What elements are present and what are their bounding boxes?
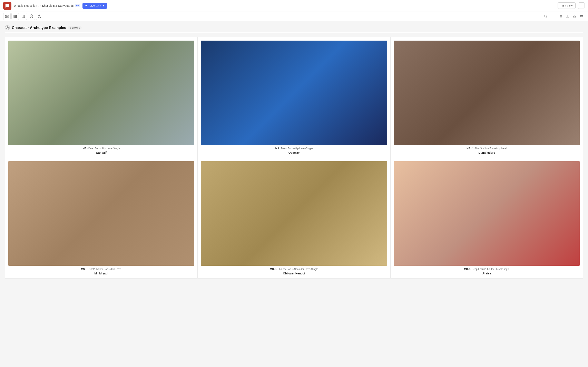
scene-header: Character Archetype Examples 9 SHOTS (5, 25, 583, 30)
svg-rect-23 (568, 15, 569, 18)
shot-type: MCU (464, 268, 470, 271)
shot-details: Deep Focus/Hip Level/Single (281, 147, 313, 150)
shot-name: Mr. Miyagi (8, 272, 194, 275)
svg-point-33 (7, 27, 8, 28)
shot-cell[interactable]: MS · 2-Shot/Shallow Focus/Hip Level Dumb… (390, 37, 583, 158)
shot-name: Obi-Wan Kenobi (201, 272, 387, 275)
shot-meta: MS · Deep Focus/Hip Level/Single (201, 147, 387, 150)
toolbar: − + (0, 11, 588, 21)
version-badge: v0 (75, 4, 80, 7)
top-nav: What is Repetition . › Shot Lists & Stor… (0, 0, 588, 11)
shot-meta: MCU · Shallow Focus/Shoulder Level/Singl… (201, 268, 387, 271)
shot-meta: MS · 2-Shot/Shallow Focus/Hip Level (8, 268, 194, 271)
chevron-down-icon: ▾ (103, 4, 104, 7)
grid-view-button[interactable] (571, 13, 578, 20)
shot-name: Oogway (201, 151, 387, 154)
breadcrumb-separator: › (40, 4, 41, 7)
shot-cell[interactable]: MS · 2-Shot/Shallow Focus/Hip Level Mr. … (5, 158, 198, 278)
svg-line-15 (546, 17, 547, 17)
zoom-out-button[interactable]: − (536, 13, 542, 19)
svg-rect-22 (566, 15, 567, 18)
shot-meta: MCU · Deep Focus/Shoulder Level/Single (394, 268, 580, 271)
shot-separator: · (276, 268, 278, 271)
shots-badge: 9 SHOTS (68, 26, 82, 30)
shot-meta: MS · Deep Focus/Hip Level/Single (8, 147, 194, 150)
shot-details: Shallow Focus/Shoulder Level/Single (278, 268, 318, 271)
shot-separator: · (471, 147, 472, 150)
shot-image (394, 161, 580, 266)
print-view-button[interactable]: Print View (558, 2, 576, 9)
shot-image (201, 41, 387, 145)
zoom-icon (543, 13, 548, 19)
svg-rect-24 (573, 15, 574, 16)
shot-name: Gandalf (8, 151, 194, 154)
shot-type: MS (467, 147, 470, 150)
shot-cell[interactable]: MCU · Shallow Focus/Shoulder Level/Singl… (198, 158, 390, 278)
svg-rect-1 (7, 15, 8, 16)
grid-button[interactable] (11, 13, 19, 20)
settings-button[interactable] (28, 13, 35, 20)
svg-rect-27 (575, 17, 576, 17)
shot-name: Dumbledore (394, 151, 580, 154)
scene-title: Character Archetype Examples (12, 26, 66, 30)
svg-point-11 (31, 16, 32, 17)
shot-separator: · (87, 147, 88, 150)
svg-rect-3 (7, 17, 8, 17)
shot-separator: · (85, 268, 87, 271)
scene-icon (5, 25, 10, 30)
view-only-label: View Only (89, 4, 101, 7)
layout-button[interactable] (3, 13, 11, 20)
view-only-button[interactable]: 👁 View Only ▾ (82, 3, 107, 9)
split-button[interactable] (20, 13, 27, 20)
breadcrumb: What is Repetition . › Shot Lists & Stor… (14, 4, 80, 7)
list-view-button[interactable] (557, 13, 564, 20)
shot-type: MCU (270, 268, 276, 271)
shot-type: MS (83, 147, 86, 150)
main-content: Character Archetype Examples 9 SHOTS MS … (0, 21, 588, 283)
shot-image (8, 41, 194, 145)
shot-type: MS (81, 268, 85, 271)
more-options-button[interactable]: ··· (578, 2, 585, 9)
shot-details: Deep Focus/Shoulder Level/Single (472, 268, 509, 271)
shot-type: MS (276, 147, 279, 150)
shot-name: Jiraiya (394, 272, 580, 275)
svg-rect-4 (14, 15, 17, 18)
svg-rect-25 (575, 15, 576, 16)
app-icon (3, 2, 11, 10)
shots-grid: MS · Deep Focus/Hip Level/Single Gandalf… (5, 37, 583, 278)
shot-cell[interactable]: MS · Deep Focus/Hip Level/Single Gandalf (5, 37, 198, 158)
svg-point-14 (544, 15, 546, 17)
shot-details: Deep Focus/Hip Level/Single (88, 147, 120, 150)
eye-icon: 👁 (85, 4, 88, 7)
shot-separator: · (280, 147, 281, 150)
help-button[interactable] (36, 13, 43, 20)
shot-details: 2-Shot/Shallow Focus/Hip Level (472, 147, 507, 150)
shot-details: 2-Shot/Shallow Focus/Hip Level (87, 268, 121, 271)
zoom-in-button[interactable]: + (549, 13, 555, 19)
svg-rect-0 (6, 15, 7, 16)
shot-cell[interactable]: MCU · Deep Focus/Shoulder Level/Single J… (390, 158, 583, 278)
svg-rect-2 (6, 17, 7, 17)
shot-image (8, 161, 194, 266)
shot-meta: MS · 2-Shot/Shallow Focus/Hip Level (394, 147, 580, 150)
zoom-controls: − + (536, 13, 555, 19)
filmstrip-view-button[interactable] (578, 13, 585, 20)
shot-cell[interactable]: MS · Deep Focus/Hip Level/Single Oogway (198, 37, 390, 158)
shot-image (201, 161, 387, 266)
breadcrumb-project[interactable]: What is Repetition . (14, 4, 39, 7)
shot-image (394, 41, 580, 145)
columns-view-button[interactable] (564, 13, 571, 20)
view-mode-buttons (557, 13, 585, 20)
svg-rect-26 (573, 17, 574, 17)
scene-divider (5, 33, 583, 33)
breadcrumb-section[interactable]: Shot Lists & Storyboards (42, 4, 73, 7)
